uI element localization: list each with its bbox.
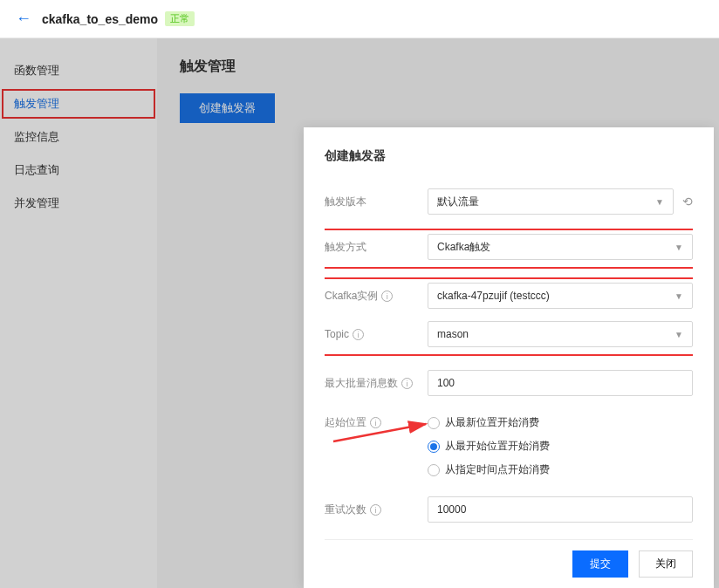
input-max-batch[interactable] <box>428 370 693 396</box>
label-ckafka-instance: Ckafka实例 i <box>325 289 428 304</box>
label-topic: Topic i <box>325 328 428 340</box>
info-icon[interactable]: i <box>370 504 381 516</box>
row-trigger-version: 触发版本 默认流量 ▼ ⟲ <box>325 188 693 215</box>
radio-circle-icon <box>428 417 440 429</box>
row-topic: Topic i mason ▼ <box>325 321 693 347</box>
select-value: ckafka-47pzujif (testccc) <box>437 290 550 302</box>
select-ckafka-instance[interactable]: ckafka-47pzujif (testccc) ▼ <box>428 283 693 309</box>
refresh-icon[interactable]: ⟲ <box>682 195 693 209</box>
radio-start-timestamp[interactable]: 从指定时间点开始消费 <box>428 462 693 477</box>
label-max-batch: 最大批量消息数 i <box>325 376 428 391</box>
highlight-box-method: 触发方式 Ckafka触发 ▼ <box>325 229 693 269</box>
select-value: mason <box>437 328 469 340</box>
radio-start-latest[interactable]: 从最新位置开始消费 <box>428 415 693 430</box>
select-value: 默认流量 <box>437 195 479 209</box>
radio-label: 从最开始位置开始消费 <box>445 439 550 454</box>
chevron-down-icon: ▼ <box>674 243 683 252</box>
modal-footer: 提交 关闭 <box>325 539 693 588</box>
select-value: Ckafka触发 <box>437 240 490 255</box>
radio-label: 从指定时间点开始消费 <box>445 462 550 477</box>
create-trigger-modal: 创建触发器 触发版本 默认流量 ▼ ⟲ 触发方式 Ckafka触发 ▼ <box>304 127 714 588</box>
radio-start-earliest[interactable]: 从最开始位置开始消费 <box>428 439 693 454</box>
chevron-down-icon: ▼ <box>674 330 683 339</box>
radio-circle-icon <box>428 464 440 476</box>
status-badge: 正常 <box>165 11 195 26</box>
input-retry-count[interactable] <box>428 496 693 523</box>
modal-title: 创建触发器 <box>325 148 693 164</box>
info-icon[interactable]: i <box>401 378 413 389</box>
close-button[interactable]: 关闭 <box>639 550 693 578</box>
label-trigger-version: 触发版本 <box>325 195 428 209</box>
info-icon[interactable]: i <box>370 417 381 428</box>
info-icon[interactable]: i <box>381 291 393 302</box>
row-max-batch: 最大批量消息数 i <box>325 370 693 396</box>
row-start-position: 起始位置 i 从最新位置开始消费 从最开始位置开始消费 从指定时间点开始消费 <box>325 415 693 477</box>
row-ckafka-instance: Ckafka实例 i ckafka-47pzujif (testccc) ▼ <box>325 283 693 309</box>
function-name: ckafka_to_es_demo <box>42 12 158 26</box>
radio-label: 从最新位置开始消费 <box>445 415 539 430</box>
back-arrow-icon[interactable]: ← <box>16 10 31 28</box>
chevron-down-icon: ▼ <box>674 291 683 301</box>
select-trigger-method[interactable]: Ckafka触发 ▼ <box>428 234 693 260</box>
row-trigger-method: 触发方式 Ckafka触发 ▼ <box>325 234 693 260</box>
submit-button[interactable]: 提交 <box>572 550 628 578</box>
label-start-position: 起始位置 i <box>325 415 428 430</box>
label-retry-count: 重试次数 i <box>325 503 428 517</box>
radio-circle-icon <box>428 441 440 453</box>
chevron-down-icon: ▼ <box>655 197 664 207</box>
row-retry-count: 重试次数 i <box>325 496 693 523</box>
page-header: ← ckafka_to_es_demo 正常 <box>0 0 719 38</box>
select-topic[interactable]: mason ▼ <box>428 321 693 347</box>
label-trigger-method: 触发方式 <box>325 240 428 255</box>
highlight-box-instance-topic: Ckafka实例 i ckafka-47pzujif (testccc) ▼ T… <box>325 277 693 356</box>
select-trigger-version[interactable]: 默认流量 ▼ <box>428 188 674 215</box>
info-icon[interactable]: i <box>353 329 364 340</box>
